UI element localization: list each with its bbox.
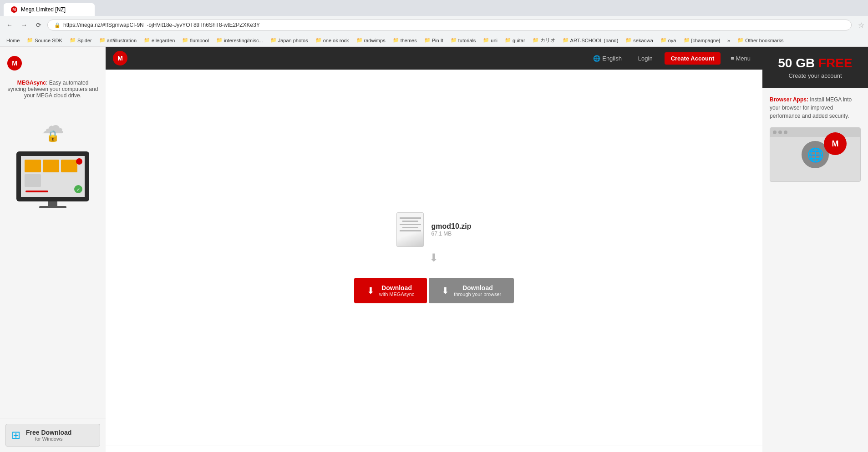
- address-text: https://mega.nz/#!fSgmwapCI-9N_-ojHVit18…: [63, 22, 260, 28]
- bookmark-radwimps[interactable]: 📁 radwimps: [354, 36, 388, 44]
- login-button[interactable]: Login: [632, 52, 659, 65]
- browser-tab[interactable]: M Mega Limited [NZ]: [4, 3, 95, 16]
- globe-icon: 🌐: [593, 55, 600, 62]
- language-label: English: [602, 55, 622, 62]
- free-download-button[interactable]: ⊞ Free Download for Windows: [5, 424, 100, 447]
- megasync-description: MEGAsync: Easy automated syncing between…: [7, 80, 98, 99]
- bookmark-spider[interactable]: 📁 Spider: [67, 36, 95, 44]
- megasync-btn-title: Download: [379, 284, 415, 291]
- file-icon: [396, 212, 424, 247]
- bookmark-guitar[interactable]: 📁 guitar: [502, 36, 528, 44]
- mega-circle-icon: M: [824, 132, 847, 155]
- file-info: gmod10.zip 67.1 MB: [431, 222, 471, 237]
- file-card: gmod10.zip 67.1 MB ⬇: [396, 212, 471, 264]
- download-megasync-button[interactable]: ⬇ Download with MEGAsync: [354, 278, 427, 303]
- browser-download-arrow-icon: ⬇: [442, 285, 449, 296]
- file-size: 67.1 MB: [431, 231, 471, 237]
- browser-preview-illustration: M 🌐: [770, 127, 861, 182]
- mega-header: M 🌐 English Login Create Account ≡ Menu: [106, 47, 762, 70]
- bookmark-art-school[interactable]: 📁 ART-SCHOOL (band): [560, 36, 621, 44]
- bookmark-pin-it[interactable]: 📁 Pin It: [421, 36, 446, 44]
- bookmark-champagne[interactable]: 📁 [champagne]: [681, 36, 723, 44]
- forward-button[interactable]: →: [18, 19, 30, 31]
- tab-favicon: M: [11, 6, 17, 13]
- bookmark-sekaowa[interactable]: 📁 sekaowa: [623, 36, 655, 44]
- windows-icon: ⊞: [11, 429, 20, 442]
- bookmarks-bar: Home 📁 Source SDK 📁 Spider 📁 art/illustr…: [0, 34, 868, 47]
- address-bar[interactable]: 🔒 https://mega.nz/#!fSgmwapCI-9N_-ojHVit…: [47, 20, 852, 30]
- download-cloud-icon[interactable]: ⬇: [429, 251, 438, 264]
- reload-button[interactable]: ⟳: [33, 19, 45, 31]
- download-arrow-icon: ⬇: [367, 285, 375, 296]
- bookmark-one-ok-rock[interactable]: 📁 one ok rock: [313, 36, 352, 44]
- bookmark-flumpool[interactable]: 📁 flumpool: [179, 36, 212, 44]
- bookmark-star-icon[interactable]: ☆: [858, 21, 864, 30]
- bookmark-other[interactable]: 📁 Other bookmarks: [735, 36, 786, 44]
- language-selector[interactable]: 🌐 English: [589, 52, 626, 65]
- bookmark-source-sdk[interactable]: 📁 Source SDK: [24, 36, 65, 44]
- right-sidebar: 50 GB FREE Create your account Browser A…: [762, 47, 868, 452]
- megasync-btn-sub: with MEGAsync: [379, 291, 415, 297]
- monitor-illustration: ✓: [16, 151, 89, 208]
- bookmark-japan-photos[interactable]: 📁 Japan photos: [268, 36, 311, 44]
- create-account-button[interactable]: Create Account: [665, 52, 721, 65]
- bookmark-ellegarden[interactable]: 📁 ellegarden: [141, 36, 178, 44]
- bookmark-themes[interactable]: 📁 themes: [390, 36, 420, 44]
- download-buttons: ⬇ Download with MEGAsync ⬇ Download thro…: [354, 278, 514, 303]
- bookmark-more[interactable]: »: [725, 37, 733, 44]
- browser-btn-sub: through your browser: [454, 291, 501, 297]
- mega-logo: M: [7, 56, 22, 70]
- mega-logo-header: M: [113, 51, 127, 65]
- download-browser-button[interactable]: ⬇ Download through your browser: [429, 278, 514, 303]
- bookmark-art[interactable]: 📁 art/illustration: [96, 36, 139, 44]
- promo-subtitle: Create your account: [772, 72, 859, 79]
- cloud-lock-illustration: ☁ 🔒: [41, 112, 64, 142]
- left-sidebar: M MEGAsync: Easy automated syncing betwe…: [0, 47, 106, 452]
- file-name: gmod10.zip: [431, 222, 471, 231]
- bookmark-kario[interactable]: 📁 カリオ: [530, 36, 558, 45]
- browser-btn-title: Download: [454, 284, 501, 291]
- main-content: gmod10.zip 67.1 MB ⬇ ⬇ Download with MEG…: [106, 70, 762, 446]
- bookmark-interesting[interactable]: 📁 interesting/misc...: [213, 36, 266, 44]
- back-button[interactable]: ←: [4, 19, 15, 31]
- bookmark-home[interactable]: Home: [4, 37, 22, 44]
- import-section: ☁ Import to your Cloud Drive: [106, 446, 762, 452]
- browser-apps-section: Browser Apps: Install MEGA into your bro…: [762, 88, 868, 452]
- lock-icon: 🔒: [54, 22, 61, 28]
- promo-storage: 50 GB FREE: [772, 56, 859, 70]
- menu-button[interactable]: ≡ Menu: [726, 52, 755, 65]
- tab-title: Mega Limited [NZ]: [21, 6, 66, 13]
- promo-banner: 50 GB FREE Create your account: [762, 47, 868, 88]
- bookmark-tutorials[interactable]: 📁 tutorials: [448, 36, 479, 44]
- bookmark-oya[interactable]: 📁 oya: [658, 36, 679, 44]
- bookmark-uni[interactable]: 📁 uni: [480, 36, 500, 44]
